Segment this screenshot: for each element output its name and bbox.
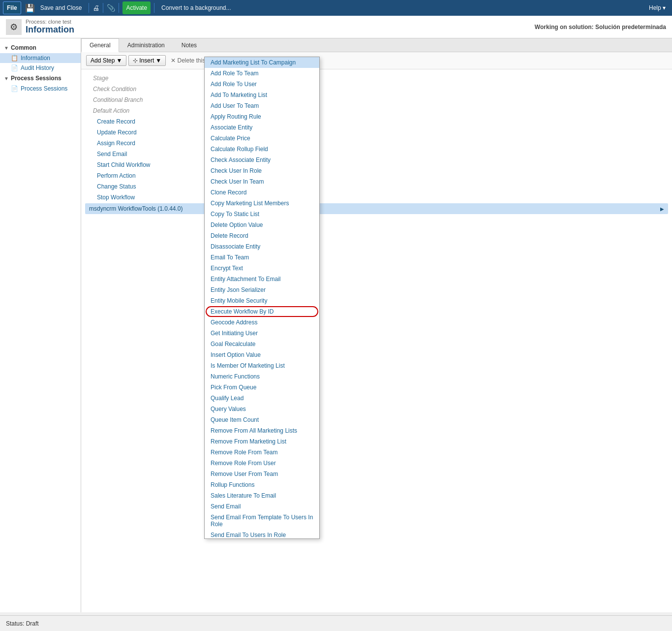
- dropdown-item[interactable]: Check Associate Entity: [205, 155, 319, 165]
- dropdown-item[interactable]: Rollup Functions: [205, 479, 319, 490]
- tab-notes[interactable]: Notes: [173, 38, 205, 52]
- dropdown-item[interactable]: Add Marketing List To Campaign: [205, 57, 319, 68]
- dropdown-menu: Add Marketing List To CampaignAdd Role T…: [204, 57, 320, 539]
- step-check-condition[interactable]: Check Condition: [85, 84, 668, 94]
- dropdown-list: Add Marketing List To CampaignAdd Role T…: [205, 57, 319, 539]
- dropdown-item[interactable]: Disassociate Entity: [205, 241, 319, 252]
- process-sessions-section-label: Process Sessions: [11, 75, 61, 82]
- dropdown-item[interactable]: Clone Record: [205, 187, 319, 198]
- step-change-status[interactable]: Change Status: [85, 182, 668, 191]
- process-title: Information: [26, 25, 74, 35]
- dropdown-item[interactable]: Numeric Functions: [205, 371, 319, 382]
- audit-history-label: Audit History: [21, 64, 54, 71]
- dropdown-item[interactable]: Calculate Price: [205, 133, 319, 144]
- information-label: Information: [21, 55, 50, 62]
- step-create-record[interactable]: Create Record: [85, 117, 668, 126]
- dropdown-item[interactable]: Geocode Address: [205, 317, 319, 328]
- dropdown-item[interactable]: Remove User From Team: [205, 469, 319, 479]
- dropdown-item[interactable]: Remove Role From Team: [205, 447, 319, 458]
- add-step-button[interactable]: Add Step ▼: [86, 55, 126, 66]
- dropdown-item[interactable]: Send Email To Users In Role: [205, 530, 319, 539]
- dropdown-item[interactable]: Remove Role From User: [205, 458, 319, 469]
- dropdown-item[interactable]: Send Email: [205, 501, 319, 512]
- step-plugin[interactable]: msdyncrm WorkflowTools (1.0.44.0) ▶: [85, 203, 668, 214]
- dropdown-item[interactable]: Add Role To Team: [205, 68, 319, 79]
- sidebar-common-section: ▼ Common: [0, 42, 81, 53]
- dropdown-item[interactable]: Add Role To User: [205, 79, 319, 90]
- dropdown-item[interactable]: Entity Attachment To Email: [205, 274, 319, 284]
- tab-general[interactable]: General: [81, 38, 119, 52]
- plugin-arrow-icon: ▶: [660, 206, 664, 212]
- activate-button[interactable]: Activate: [122, 1, 151, 14]
- dropdown-item[interactable]: Email To Team: [205, 252, 319, 263]
- step-stop-workflow[interactable]: Stop Workflow: [85, 192, 668, 202]
- separator-3: [119, 3, 119, 13]
- sidebar-process-sessions-section: ▼ Process Sessions: [0, 73, 81, 84]
- step-assign-record[interactable]: Assign Record: [85, 138, 668, 148]
- process-sessions-icon: 📄: [11, 85, 18, 92]
- dropdown-item[interactable]: Associate Entity: [205, 122, 319, 133]
- dropdown-item[interactable]: Copy Marketing List Members: [205, 198, 319, 209]
- step-send-email[interactable]: Send Email: [85, 149, 668, 159]
- sidebar-item-information[interactable]: 📋 Information: [0, 53, 81, 63]
- attach-icon[interactable]: 📎: [107, 4, 115, 12]
- help-button[interactable]: Help ▾: [645, 1, 669, 14]
- process-label: Process: clone test: [26, 19, 74, 25]
- tab-administration[interactable]: Administration: [119, 38, 173, 52]
- process-header: ⚙ Process: clone test Information Workin…: [0, 16, 672, 38]
- dropdown-item[interactable]: Add User To Team: [205, 100, 319, 111]
- step-start-child-workflow[interactable]: Start Child Workflow: [85, 160, 668, 170]
- information-icon: 📋: [11, 55, 18, 62]
- dropdown-item[interactable]: Entity Json Serializer: [205, 284, 319, 295]
- steps-area: Stage Check Condition Conditional Branch…: [81, 69, 672, 218]
- step-stage[interactable]: Stage: [85, 73, 668, 83]
- main-layout: ▼ Common 📋 Information 📄 Audit History ▼…: [0, 38, 672, 612]
- separator-1: [89, 3, 89, 13]
- process-sessions-item-label: Process Sessions: [21, 85, 67, 92]
- dropdown-item[interactable]: Add To Marketing List: [205, 90, 319, 100]
- dropdown-item[interactable]: Queue Item Count: [205, 414, 319, 425]
- dropdown-item[interactable]: Query Values: [205, 404, 319, 414]
- dropdown-item[interactable]: Calculate Rollup Field: [205, 144, 319, 155]
- dropdown-item[interactable]: Goal Recalculate: [205, 339, 319, 349]
- process-icon: ⚙: [6, 19, 22, 35]
- sidebar-item-process-sessions[interactable]: 📄 Process Sessions: [0, 84, 81, 94]
- delete-icon: ✕: [171, 57, 176, 64]
- save-icon[interactable]: 💾: [25, 3, 35, 13]
- dropdown-item[interactable]: Remove From All Marketing Lists: [205, 425, 319, 436]
- dropdown-item[interactable]: Pick From Queue: [205, 382, 319, 393]
- dropdown-item[interactable]: Is Member Of Marketing List: [205, 360, 319, 371]
- dropdown-item[interactable]: Get Initiating User: [205, 328, 319, 339]
- dropdown-item[interactable]: Qualify Lead: [205, 393, 319, 404]
- dropdown-item[interactable]: Apply Routing Rule: [205, 111, 319, 122]
- step-update-record[interactable]: Update Record: [85, 127, 668, 137]
- print-icon[interactable]: 🖨: [92, 4, 99, 12]
- dropdown-item[interactable]: Entity Mobile Security: [205, 295, 319, 306]
- save-close-button[interactable]: Save and Close: [37, 1, 86, 14]
- working-solution: Working on solution: Solución predetermi…: [535, 24, 666, 31]
- dropdown-item[interactable]: Delete Option Value: [205, 220, 319, 230]
- dropdown-item[interactable]: Remove From Marketing List: [205, 436, 319, 447]
- process-sessions-arrow-icon: ▼: [4, 76, 9, 81]
- dropdown-item[interactable]: Check User In Team: [205, 176, 319, 187]
- insert-button[interactable]: ⊹ Insert ▼: [128, 55, 166, 66]
- dropdown-item[interactable]: Copy To Static List: [205, 209, 319, 220]
- common-arrow-icon: ▼: [4, 45, 9, 51]
- dropdown-item[interactable]: Sales Literature To Email: [205, 490, 319, 501]
- file-button[interactable]: File: [3, 1, 21, 14]
- dropdown-item[interactable]: Insert Option Value: [205, 349, 319, 360]
- dropdown-item[interactable]: Send Email From Template To Users In Rol…: [205, 512, 319, 530]
- dropdown-item[interactable]: Execute Workflow By ID: [205, 306, 319, 317]
- common-label: Common: [11, 44, 36, 51]
- dropdown-item[interactable]: Check User In Role: [205, 165, 319, 176]
- dropdown-item[interactable]: Encrypt Text: [205, 263, 319, 274]
- step-conditional-branch[interactable]: Conditional Branch: [85, 95, 668, 105]
- dropdown-item[interactable]: Delete Record: [205, 230, 319, 241]
- separator-2: [103, 3, 103, 13]
- steps-toolbar: Add Step ▼ ⊹ Insert ▼ ✕ Delete this step…: [81, 52, 672, 69]
- step-perform-action[interactable]: Perform Action: [85, 171, 668, 181]
- convert-button[interactable]: Convert to a background...: [158, 1, 234, 14]
- add-step-label: Add Step: [91, 57, 115, 64]
- step-default-action[interactable]: Default Action: [85, 106, 668, 116]
- sidebar-item-audit-history[interactable]: 📄 Audit History: [0, 63, 81, 73]
